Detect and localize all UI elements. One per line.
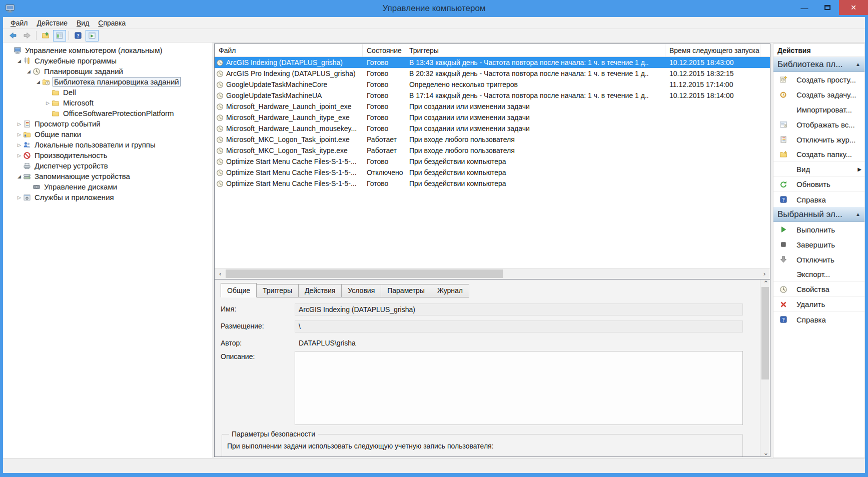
tree-item[interactable]: ◢ Служебные программы — [3, 56, 212, 66]
tree-item[interactable]: Dell — [3, 87, 212, 98]
task-row[interactable]: Optimize Start Menu Cache Files-S-1-5-..… — [215, 156, 770, 167]
vertical-scrollbar[interactable]: ⌃ ⌄ — [760, 280, 770, 456]
task-name: ArcGIS Indexing (DATAPLUS_grisha) — [226, 58, 363, 66]
task-row[interactable]: Optimize Start Menu Cache Files-S-1-5-..… — [215, 178, 770, 189]
toolbar-button[interactable] — [7, 30, 20, 42]
tree-item[interactable]: ▷ Службы и приложения — [3, 192, 212, 202]
task-row[interactable]: GoogleUpdateTaskMachineUA Готово В 17:14… — [215, 90, 770, 101]
action-item[interactable]: Создать просту... — [773, 72, 864, 87]
tree-expander-icon[interactable]: ▷ — [44, 100, 52, 106]
action-item[interactable]: Создать папку... — [773, 147, 864, 162]
action-item[interactable]: Создать задачу... — [773, 87, 864, 102]
horizontal-scrollbar[interactable]: ‹ › — [215, 268, 770, 279]
details-tab[interactable]: Действия — [299, 284, 342, 298]
details-tab[interactable]: Журнал — [431, 284, 469, 298]
name-field[interactable]: ArcGIS Indexing (DATAPLUS_grisha) — [295, 304, 743, 316]
toolbar-button[interactable] — [53, 30, 66, 42]
task-row[interactable]: ArcGIS Indexing (DATAPLUS_grisha) Готово… — [215, 57, 770, 68]
scroll-left-button[interactable]: ‹ — [215, 268, 226, 279]
tree-item[interactable]: ◢ Запоминающие устройства — [3, 171, 212, 182]
tree-item[interactable]: ▷ Общие папки — [3, 129, 212, 140]
column-header-next-run[interactable]: Время следующего запуска — [665, 44, 760, 56]
action-item-label: Выполнить — [796, 226, 835, 234]
scroll-right-button[interactable]: › — [759, 268, 770, 279]
action-item[interactable]: Отключить жур... — [773, 132, 864, 147]
task-row[interactable]: GoogleUpdateTaskMachineCore Готово Опред… — [215, 79, 770, 90]
horizontal-scroll-thumb[interactable] — [226, 270, 503, 278]
task-row[interactable]: Optimize Start Menu Cache Files-S-1-5-..… — [215, 167, 770, 178]
tree-item-icon — [23, 130, 31, 138]
action-item[interactable]: Вид ▶ — [773, 162, 864, 177]
details-tab[interactable]: Параметры — [381, 284, 431, 298]
center-pane: Файл Состояние Триггеры Время следующего… — [214, 44, 770, 457]
tree-item[interactable]: ◢ Библиотека планировщика заданий — [3, 76, 212, 87]
tree-item[interactable]: ▷ Производительность — [3, 150, 212, 160]
location-field[interactable]: \ — [295, 320, 743, 332]
menu-item[interactable]: Файл — [6, 18, 32, 28]
tree-item[interactable]: ◢ Планировщик заданий — [3, 66, 212, 76]
menu-item[interactable]: Вид — [72, 18, 94, 28]
tree-expander-icon[interactable]: ◢ — [35, 80, 42, 84]
tree-item[interactable]: Управление дисками — [3, 182, 212, 192]
details-tab[interactable]: Триггеры — [257, 284, 299, 298]
tree-item[interactable]: OfficeSoftwareProtectionPlatform — [3, 108, 212, 118]
action-item[interactable]: Отключить — [773, 252, 864, 267]
tree-expander-icon[interactable]: ▷ — [16, 122, 23, 126]
tree-item[interactable]: ▷ Просмотр событий — [3, 118, 212, 129]
action-item[interactable]: Удалить — [773, 297, 864, 312]
tree-expander-icon[interactable]: ◢ — [16, 58, 23, 64]
maximize-button[interactable] — [816, 0, 839, 15]
task-row[interactable]: Microsoft_MKC_Logon_Task_ipoint.exe Рабо… — [215, 134, 770, 145]
tree-item[interactable]: Диспетчер устройств — [3, 160, 212, 171]
action-item[interactable]: Обновить — [773, 177, 864, 192]
menu-item[interactable]: Действие — [32, 18, 72, 28]
action-item[interactable]: Свойства — [773, 282, 864, 297]
column-header-state[interactable]: Состояние — [363, 44, 405, 56]
task-row[interactable]: Microsoft_MKC_Logon_Task_itype.exe Работ… — [215, 145, 770, 156]
details-tab[interactable]: Общие — [221, 283, 257, 298]
action-item[interactable]: Отображать вс... — [773, 117, 864, 132]
vertical-scroll-track[interactable] — [760, 287, 770, 449]
close-button[interactable]: ✕ — [839, 0, 868, 15]
task-row[interactable]: Microsoft_Hardware_Launch_ipoint_exe Гот… — [215, 101, 770, 112]
menu-item[interactable]: Справка — [94, 18, 130, 28]
tree-expander-icon[interactable]: ◢ — [25, 69, 33, 74]
task-row[interactable]: ArcGIS Pro Indexing (DATAPLUS_grisha) Го… — [215, 68, 770, 79]
scroll-up-button[interactable]: ⌃ — [760, 280, 771, 287]
tree-item-label: Библиотека планировщика заданий — [53, 77, 181, 86]
action-item[interactable]: Справка — [773, 312, 864, 327]
tree-expander-icon[interactable]: ▷ — [16, 132, 23, 137]
toolbar-button[interactable] — [39, 30, 52, 42]
scroll-down-button[interactable]: ⌄ — [760, 449, 771, 456]
action-item[interactable]: Выполнить — [773, 222, 864, 237]
action-item[interactable]: Завершить — [773, 237, 864, 252]
column-header-file[interactable]: Файл — [215, 44, 363, 56]
action-item[interactable]: Импортироват... — [773, 102, 864, 117]
details-tab[interactable]: Условия — [342, 284, 381, 298]
tree-expander-icon[interactable]: ◢ — [16, 174, 23, 179]
tree-item[interactable]: ▷ Microsoft — [3, 98, 212, 108]
task-row[interactable]: Microsoft_Hardware_Launch_mousekey... Го… — [215, 123, 770, 134]
collapse-icon[interactable]: ▲ — [855, 212, 860, 217]
tree-expander-icon[interactable]: ▷ — [16, 195, 23, 200]
tree-item[interactable]: Управление компьютером (локальным) — [3, 45, 212, 56]
actions-section-selected-header[interactable]: Выбранный эл... ▲ — [773, 207, 864, 222]
action-item-icon — [779, 120, 787, 128]
action-item[interactable]: Справка — [773, 192, 864, 207]
toolbar-button[interactable] — [72, 30, 85, 42]
tree-item[interactable]: ▷ Локальные пользователи и группы — [3, 140, 212, 150]
tree-item-icon — [42, 78, 50, 86]
actions-section-library-header[interactable]: Библиотека пл... ▲ — [773, 57, 864, 72]
description-field[interactable] — [295, 351, 743, 425]
vertical-scroll-thumb[interactable] — [761, 287, 769, 380]
minimize-button[interactable]: — — [793, 0, 816, 15]
toolbar-button[interactable] — [86, 30, 99, 42]
task-row[interactable]: Microsoft_Hardware_Launch_itype_exe Гото… — [215, 112, 770, 123]
toolbar-button[interactable] — [21, 30, 34, 42]
tree-expander-icon[interactable]: ▷ — [16, 142, 23, 148]
collapse-icon[interactable]: ▲ — [855, 62, 860, 67]
tree-expander-icon[interactable]: ▷ — [16, 153, 23, 158]
action-item[interactable]: Экспорт... — [773, 267, 864, 282]
column-header-triggers[interactable]: Триггеры — [405, 44, 665, 56]
horizontal-scroll-track[interactable] — [226, 268, 759, 279]
